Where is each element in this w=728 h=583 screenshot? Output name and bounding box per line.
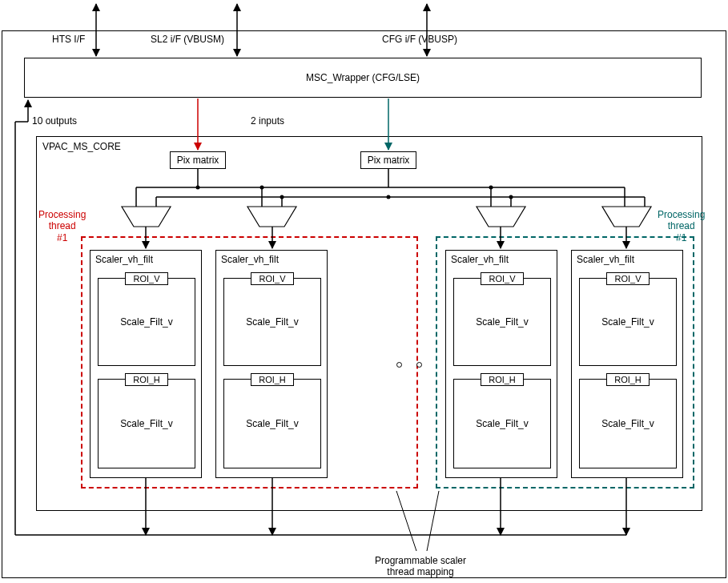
pix-matrix-label-1: Pix matrix [177,155,219,166]
pix-matrix-box-2: Pix matrix [360,151,416,169]
roi-v-box-4: ROI_V [606,272,650,285]
scale-filt-v-box-1b: Scale_Filt_v [98,379,195,468]
scale-filt-v-box-1a: Scale_Filt_v [98,278,195,366]
scale-filt-v-label-4b: Scale_Filt_v [601,418,654,429]
processing-thread-2-label: Processing thread #1 [658,209,705,243]
roi-h-label-3: ROI_H [489,375,516,384]
roi-h-label-1: ROI_H [133,375,160,384]
roi-v-label-2: ROI_V [259,274,285,283]
roi-v-label-3: ROI_V [489,274,515,283]
roi-h-box-4: ROI_H [606,373,650,386]
scale-filt-v-label-1a: Scale_Filt_v [120,316,172,328]
roi-h-box-3: ROI_H [481,373,524,386]
hts-interface-label: HTS I/F [52,34,85,45]
scale-filt-v-label-2b: Scale_Filt_v [246,418,298,429]
msc-wrapper-box: MSC_Wrapper (CFG/LSE) [24,58,702,98]
roi-v-label-1: ROI_V [133,274,159,283]
roi-v-label-4: ROI_V [614,274,641,283]
scale-filt-v-box-4a: Scale_Filt_v [579,278,677,366]
scale-filt-v-box-3b: Scale_Filt_v [453,379,551,468]
scale-filt-v-box-2a: Scale_Filt_v [223,278,321,366]
scale-filt-v-label-2a: Scale_Filt_v [246,316,298,328]
scale-filt-v-label-3a: Scale_Filt_v [476,316,528,328]
scale-filt-v-label-1b: Scale_Filt_v [120,418,172,429]
scaler-title-3: Scaler_vh_filt [451,254,509,265]
scale-filt-v-label-4a: Scale_Filt_v [601,316,654,328]
scaler-title-1: Scaler_vh_filt [95,254,153,265]
sl2-interface-label: SL2 i/F (VBUSM) [151,34,224,45]
pix-matrix-label-2: Pix matrix [368,155,410,166]
scale-filt-v-box-2b: Scale_Filt_v [223,379,321,468]
roi-h-label-4: ROI_H [614,375,642,384]
outputs-label: 10 outputs [32,115,77,127]
roi-v-box-3: ROI_V [481,272,524,285]
scaler-block-4: Scaler_vh_filt Scale_Filt_v ROI_V Scale_… [571,250,683,478]
pix-matrix-box-1: Pix matrix [170,151,226,169]
scaler-block-3: Scaler_vh_filt Scale_Filt_v ROI_V Scale_… [445,250,557,478]
roi-h-box-2: ROI_H [251,373,294,386]
scaler-block-1: Scaler_vh_filt Scale_Filt_v ROI_V Scale_… [90,250,202,478]
msc-wrapper-label: MSC_Wrapper (CFG/LSE) [306,72,420,83]
scale-filt-v-box-3a: Scale_Filt_v [453,278,551,366]
roi-h-box-1: ROI_H [125,373,168,386]
ellipsis-dot-2 [416,362,422,368]
inputs-label: 2 inputs [251,115,284,127]
scale-filt-v-box-4b: Scale_Filt_v [579,379,677,468]
scale-filt-v-label-3b: Scale_Filt_v [476,418,528,429]
roi-h-label-2: ROI_H [259,375,286,384]
scaler-title-4: Scaler_vh_filt [577,254,634,265]
scaler-block-2: Scaler_vh_filt Scale_Filt_v ROI_V Scale_… [215,250,328,478]
footer-caption: Programmable scaler thread mapping [375,555,466,578]
ellipsis-dot-1 [396,362,402,368]
roi-v-box-1: ROI_V [125,272,168,285]
scaler-title-2: Scaler_vh_filt [221,254,279,265]
cfg-interface-label: CFG i/F (VBUSP) [382,34,457,45]
processing-thread-1-label: Processing thread #1 [38,209,86,243]
vpac-core-label: VPAC_MS_CORE [42,141,121,152]
roi-v-box-2: ROI_V [251,272,294,285]
